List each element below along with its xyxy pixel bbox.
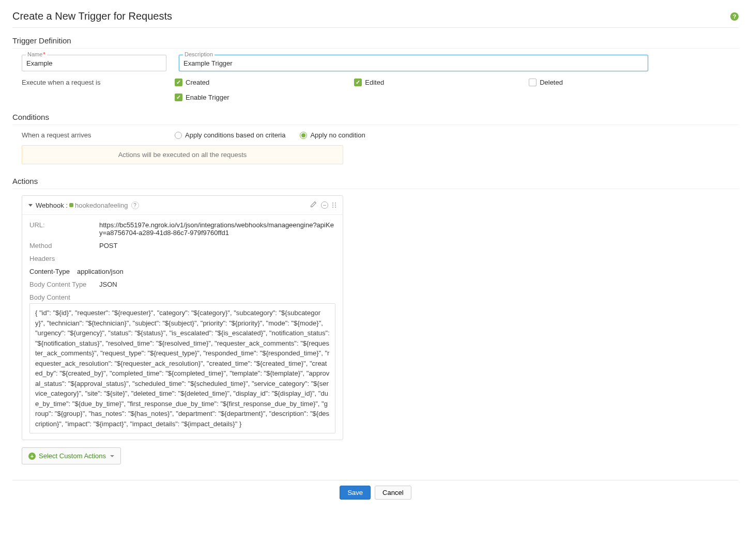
- edited-checkbox[interactable]: [354, 79, 362, 86]
- collapse-icon[interactable]: [28, 204, 33, 207]
- webhook-help-icon[interactable]: ?: [131, 201, 139, 209]
- edit-icon[interactable]: [310, 201, 317, 209]
- remove-icon[interactable]: −: [321, 201, 328, 209]
- webhook-name: hookedonafeeling: [75, 201, 128, 209]
- drag-icon[interactable]: [332, 203, 336, 208]
- execute-when-label: Execute when a request is: [22, 79, 175, 86]
- cancel-button[interactable]: Cancel: [375, 486, 411, 500]
- name-label: Name: [26, 51, 47, 57]
- webhook-action-panel: Webhook : hookedonafeeling ? − URL:: [22, 195, 343, 440]
- radio-criteria[interactable]: Apply conditions based on criteria: [175, 131, 285, 139]
- radio-criteria-dot: [175, 132, 182, 139]
- radio-no-condition[interactable]: Apply no condition: [300, 131, 365, 139]
- body-content-label: Body Content: [29, 293, 99, 301]
- deleted-checkbox[interactable]: [529, 79, 537, 86]
- radio-no-condition-label: Apply no condition: [310, 131, 365, 139]
- save-button[interactable]: Save: [340, 486, 371, 500]
- select-custom-actions-label: Select Custom Actions: [39, 452, 106, 460]
- section-actions-title: Actions: [12, 173, 739, 189]
- when-request-arrives-label: When a request arrives: [22, 131, 175, 139]
- conditions-banner: Actions will be executed on all the requ…: [22, 145, 343, 164]
- body-type-value: JSON: [99, 281, 117, 288]
- method-value: POST: [99, 242, 117, 250]
- url-value: https://bc55197e.ngrok.io/v1/json/integr…: [99, 221, 335, 237]
- method-label: Method: [29, 242, 99, 250]
- webhook-type-label: Webhook :: [36, 201, 68, 209]
- body-content-value: { "id": "${id}", "requester": "${request…: [29, 303, 335, 433]
- radio-no-condition-dot: [300, 132, 307, 139]
- body-type-label: Body Content Type: [29, 281, 99, 288]
- created-checkbox[interactable]: [175, 79, 182, 86]
- status-dot-icon: [69, 203, 73, 207]
- plus-icon: +: [28, 453, 36, 460]
- edited-label: Edited: [365, 79, 384, 86]
- page-title: Create a New Trigger for Requests: [12, 10, 172, 22]
- url-label: URL:: [29, 221, 99, 237]
- help-icon[interactable]: ?: [730, 12, 739, 21]
- description-input[interactable]: [179, 55, 648, 71]
- created-label: Created: [186, 79, 209, 86]
- description-label: Description: [183, 51, 214, 57]
- section-definition-title: Trigger Definition: [12, 32, 739, 49]
- radio-criteria-label: Apply conditions based on criteria: [185, 131, 285, 139]
- select-custom-actions-button[interactable]: + Select Custom Actions: [22, 447, 121, 464]
- header-key: Content-Type: [29, 268, 77, 275]
- enable-trigger-label: Enable Trigger: [186, 94, 229, 101]
- headers-label: Headers: [29, 255, 99, 262]
- section-conditions-title: Conditions: [12, 108, 739, 125]
- enable-trigger-checkbox[interactable]: [175, 94, 182, 101]
- header-value: application/json: [77, 268, 124, 275]
- chevron-down-icon: [110, 455, 114, 457]
- deleted-label: Deleted: [540, 79, 563, 86]
